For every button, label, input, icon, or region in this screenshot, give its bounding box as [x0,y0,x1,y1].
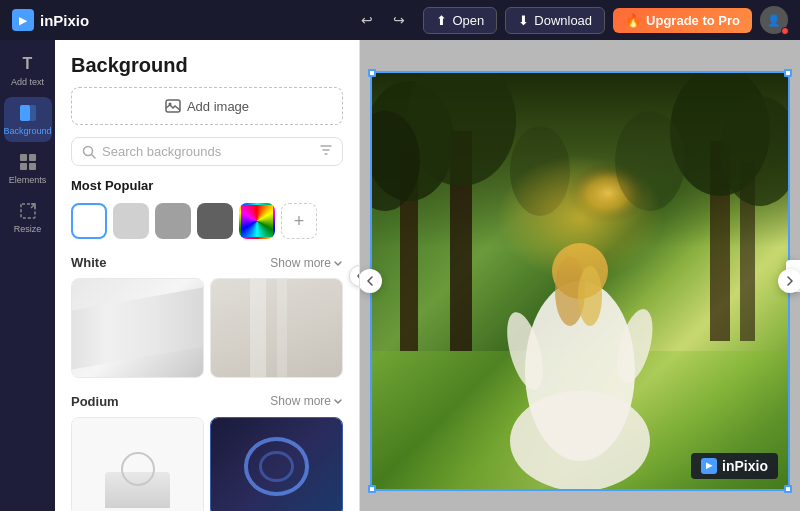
svg-rect-1 [20,105,30,121]
sidebar-item-add-text[interactable]: T Add text [4,48,52,93]
svg-rect-2 [20,154,27,161]
header-actions: ⬆ Open ⬇ Download 🔥 Upgrade to Pro 👤 [423,6,788,34]
swatch-gray[interactable] [155,203,191,239]
add-image-label: Add image [187,99,249,114]
main-layout: T Add text Background Elements [0,40,800,511]
sidebar-item-background[interactable]: Background [4,97,52,142]
canvas-image-container[interactable]: ▶ inPixio [370,71,790,491]
add-image-button[interactable]: Add image [71,87,343,125]
swatch-dark-gray[interactable] [197,203,233,239]
app-logo: ▶ inPixio [12,9,89,31]
podium-thumb-2[interactable] [210,417,343,511]
color-swatches: + [71,203,343,239]
canvas-background: ▶ inPixio [360,40,800,511]
open-button[interactable]: ⬆ Open [423,7,497,34]
canvas-area: ▶ inPixio [360,40,800,511]
logo-icon: ▶ [12,9,34,31]
watermark-text: inPixio [722,458,768,474]
sidebar-item-label: Background [3,126,51,136]
podium-shape [105,472,171,508]
avatar-badge [781,27,789,35]
chevron-down-icon [333,396,343,406]
avatar-initials: 👤 [767,14,781,27]
elements-icon [18,152,38,172]
white-thumbnails [71,278,343,378]
scene-svg [370,71,790,491]
watermark-icon: ▶ [701,458,717,474]
search-bar [71,137,343,166]
svg-point-21 [510,126,570,216]
download-button[interactable]: ⬇ Download [505,7,605,34]
open-icon: ⬆ [436,13,447,28]
svg-point-11 [520,151,680,271]
panel-header: Background [55,40,359,87]
undo-redo-group: ↩ ↪ [353,6,413,34]
canvas-nav-right[interactable] [778,269,800,293]
sidebar-item-resize[interactable]: Resize [4,195,52,240]
chevron-down-icon [333,258,343,268]
avatar[interactable]: 👤 [760,6,788,34]
podium-section: Podium Show more [71,394,343,511]
swatch-white[interactable] [71,203,107,239]
podium-thumb-1[interactable] [71,417,204,511]
white-thumb-1[interactable] [71,278,204,378]
add-text-icon: T [18,54,38,74]
upgrade-button[interactable]: 🔥 Upgrade to Pro [613,8,752,33]
panel-title: Background [71,54,343,77]
white-section-name: White [71,255,106,270]
svg-rect-5 [29,163,36,170]
svg-point-27 [510,391,650,491]
filter-icon[interactable] [320,144,332,159]
sidebar-item-elements[interactable]: Elements [4,146,52,191]
sidebar: T Add text Background Elements [0,40,55,511]
white-section: White Show more [71,255,343,378]
app-header: ▶ inPixio ↩ ↪ ⬆ Open ⬇ Download 🔥 Upgrad… [0,0,800,40]
svg-point-22 [615,111,685,211]
swatch-light-gray[interactable] [113,203,149,239]
add-image-icon [165,98,181,114]
podium-thumbnails [71,417,343,511]
podium-section-header: Podium Show more [71,394,343,409]
sidebar-item-label: Resize [14,224,42,234]
upgrade-icon: 🔥 [625,13,641,28]
white-section-header: White Show more [71,255,343,270]
watermark: ▶ inPixio [691,453,778,479]
svg-rect-3 [29,154,36,161]
podium-ring [244,437,310,496]
podium-show-more[interactable]: Show more [270,394,343,408]
canvas-image [370,71,790,491]
background-panel: Background Add image Most Popula [55,40,360,511]
redo-button[interactable]: ↪ [385,6,413,34]
chevron-left-icon [367,276,373,286]
panel-scroll-area: Most Popular + White Show more [55,178,359,511]
white-show-more[interactable]: Show more [270,256,343,270]
most-popular-label: Most Popular [71,178,343,193]
swatch-rainbow[interactable] [239,203,275,239]
svg-point-26 [578,266,602,326]
download-icon: ⬇ [518,13,529,28]
background-icon [18,103,38,123]
sidebar-item-label: Elements [9,175,47,185]
chevron-right-icon [787,276,793,286]
podium-section-name: Podium [71,394,119,409]
swatch-add-button[interactable]: + [281,203,317,239]
app-name: inPixio [40,12,89,29]
search-input[interactable] [102,144,314,159]
undo-button[interactable]: ↩ [353,6,381,34]
resize-icon [18,201,38,221]
sidebar-item-label: Add text [11,77,44,87]
white-thumb-2[interactable] [210,278,343,378]
podium-ring-inner [259,451,294,481]
search-icon [82,145,96,159]
svg-rect-4 [20,163,27,170]
